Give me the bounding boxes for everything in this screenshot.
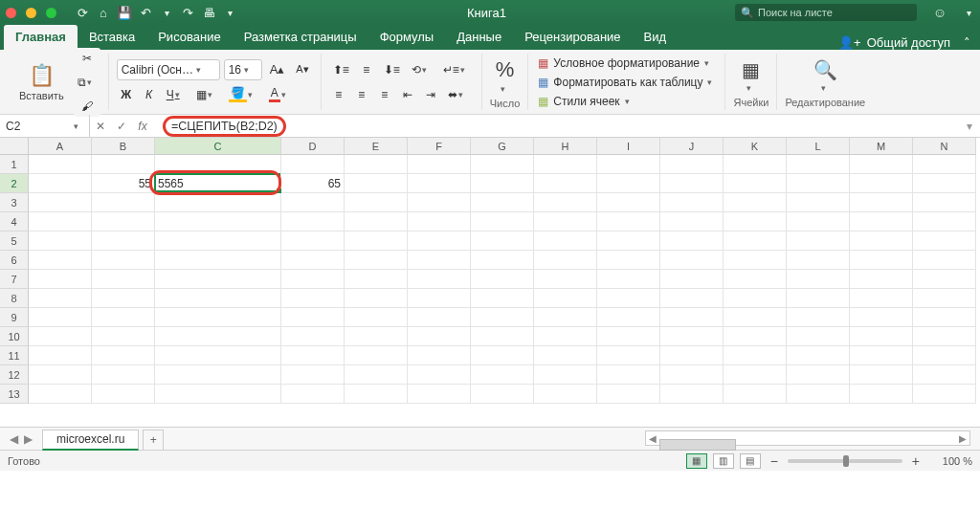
col-header-C[interactable]: C	[155, 138, 281, 155]
cell-A9[interactable]	[29, 308, 92, 327]
cell-D8[interactable]	[281, 289, 345, 308]
cell-E2[interactable]	[345, 174, 408, 193]
cell-F6[interactable]	[408, 251, 471, 270]
cell-K6[interactable]	[724, 251, 787, 270]
cell-J7[interactable]	[660, 270, 724, 289]
row-header-3[interactable]: 3	[0, 193, 29, 212]
cell-B1[interactable]	[92, 155, 155, 174]
cell-F12[interactable]	[408, 365, 471, 385]
cell-E7[interactable]	[345, 270, 408, 289]
row-header-10[interactable]: 10	[0, 327, 29, 346]
scroll-right-button[interactable]: ▶	[956, 433, 969, 444]
page-layout-view-button[interactable]: ▥	[713, 453, 734, 469]
cell-F1[interactable]	[408, 155, 471, 174]
cell-G4[interactable]	[471, 212, 534, 231]
cell-A11[interactable]	[29, 346, 92, 365]
cell-B2[interactable]: 55	[92, 174, 155, 193]
cell-L6[interactable]	[787, 251, 850, 270]
cell-L7[interactable]	[787, 270, 850, 289]
cell-M13[interactable]	[850, 385, 913, 404]
cell-K4[interactable]	[724, 212, 787, 231]
cell-N13[interactable]	[913, 385, 976, 404]
row-header-7[interactable]: 7	[0, 270, 29, 289]
align-top-button[interactable]: ⬆≡	[329, 59, 353, 80]
cell-A13[interactable]	[29, 385, 92, 404]
scroll-thumb[interactable]	[659, 439, 736, 451]
cell-D6[interactable]	[281, 251, 345, 270]
zoom-slider[interactable]	[788, 459, 902, 463]
cell-D2[interactable]: 65	[281, 174, 345, 193]
copy-button[interactable]: ⧉▾	[74, 72, 100, 93]
decrease-indent-button[interactable]: ⇤	[398, 84, 417, 105]
cell-A4[interactable]	[29, 212, 92, 231]
col-header-A[interactable]: A	[29, 138, 92, 155]
cell-N1[interactable]	[913, 155, 976, 174]
cell-G13[interactable]	[471, 385, 534, 404]
font-name-select[interactable]: Calibri (Осн…▾	[117, 59, 220, 80]
cell-N11[interactable]	[913, 346, 976, 365]
cell-L3[interactable]	[787, 193, 850, 212]
insert-function-button[interactable]: fx	[132, 115, 153, 137]
cell-A3[interactable]	[29, 193, 92, 212]
cell-J8[interactable]	[660, 289, 724, 308]
format-painter-button[interactable]: 🖌	[74, 96, 100, 117]
cell-M9[interactable]	[850, 308, 913, 327]
increase-indent-button[interactable]: ⇥	[421, 84, 440, 105]
cell-F5[interactable]	[408, 231, 471, 251]
cell-E1[interactable]	[345, 155, 408, 174]
cell-I6[interactable]	[597, 251, 660, 270]
cell-F3[interactable]	[408, 193, 471, 212]
cell-E4[interactable]	[345, 212, 408, 231]
horizontal-scrollbar[interactable]: ◀ ▶	[645, 430, 970, 446]
share-button[interactable]: Общий доступ	[867, 35, 950, 50]
col-header-F[interactable]: F	[408, 138, 471, 155]
cell-C10[interactable]	[155, 327, 281, 346]
minimize-window-button[interactable]	[26, 8, 36, 18]
cell-F7[interactable]	[408, 270, 471, 289]
cell-K5[interactable]	[724, 231, 787, 251]
confirm-formula-button[interactable]: ✓	[111, 115, 132, 137]
cell-H6[interactable]	[534, 251, 597, 270]
cell-I4[interactable]	[597, 212, 660, 231]
number-format-button[interactable]: % ▾	[492, 55, 519, 96]
sheet-tab[interactable]: microexcel.ru	[42, 430, 139, 451]
cell-J13[interactable]	[660, 385, 724, 404]
merge-button[interactable]: ⬌▾	[444, 84, 472, 105]
cell-styles-button[interactable]: ▦Стили ячеек▾	[536, 93, 717, 110]
col-header-L[interactable]: L	[787, 138, 850, 155]
cell-M11[interactable]	[850, 346, 913, 365]
cell-C9[interactable]	[155, 308, 281, 327]
cell-K2[interactable]	[724, 174, 787, 193]
cell-E3[interactable]	[345, 193, 408, 212]
cell-C2[interactable]: 5565	[155, 174, 281, 193]
cell-K1[interactable]	[724, 155, 787, 174]
cell-D10[interactable]	[281, 327, 345, 346]
cell-B11[interactable]	[92, 346, 155, 365]
formula-input[interactable]: =СЦЕПИТЬ(B2;D2)	[153, 116, 959, 137]
undo-dropdown-icon[interactable]: ▾	[158, 4, 175, 21]
cell-C12[interactable]	[155, 365, 281, 385]
cell-F8[interactable]	[408, 289, 471, 308]
cell-D7[interactable]	[281, 270, 345, 289]
cancel-formula-button[interactable]: ✕	[90, 115, 111, 137]
cell-G6[interactable]	[471, 251, 534, 270]
cell-K9[interactable]	[724, 308, 787, 327]
cell-C6[interactable]	[155, 251, 281, 270]
cell-L10[interactable]	[787, 327, 850, 346]
cell-N7[interactable]	[913, 270, 976, 289]
print-icon[interactable]: 🖶	[200, 4, 217, 21]
cell-G12[interactable]	[471, 365, 534, 385]
cell-C4[interactable]	[155, 212, 281, 231]
cell-F4[interactable]	[408, 212, 471, 231]
cell-D3[interactable]	[281, 193, 345, 212]
italic-button[interactable]: К	[140, 84, 159, 105]
font-color-button[interactable]: A▾	[265, 84, 295, 105]
cut-button[interactable]: ✂	[74, 48, 100, 69]
cell-F9[interactable]	[408, 308, 471, 327]
cell-I13[interactable]	[597, 385, 660, 404]
cell-E10[interactable]	[345, 327, 408, 346]
borders-button[interactable]: ▦▾	[192, 84, 221, 105]
cell-I2[interactable]	[597, 174, 660, 193]
cell-I9[interactable]	[597, 308, 660, 327]
cell-D4[interactable]	[281, 212, 345, 231]
